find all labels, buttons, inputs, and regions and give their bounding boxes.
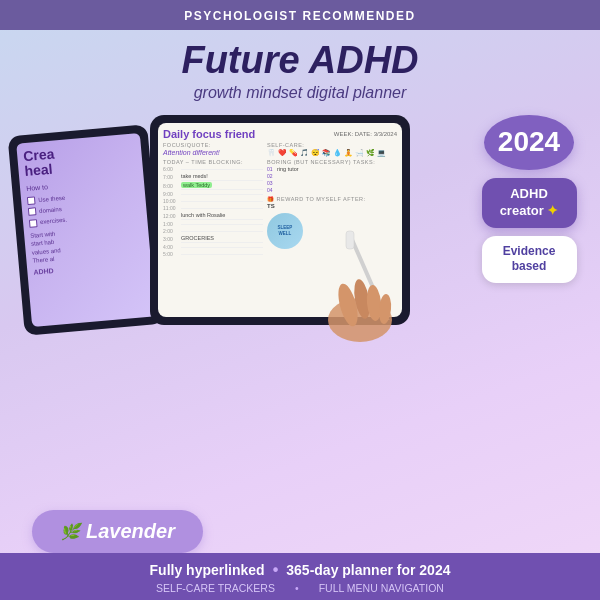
icon-laptop: 💻 <box>377 149 386 157</box>
badge-year: 2024 <box>484 115 574 170</box>
task-2: 02 <box>267 173 397 179</box>
icon-yoga: 🧘 <box>344 149 353 157</box>
focus-label: FOCUS/QUOTE: <box>163 142 263 148</box>
content-6 <box>181 168 263 170</box>
tablets-container: Crea heal How to Use these domains <box>16 110 464 500</box>
time-block-6: 6:00 <box>163 166 263 172</box>
bottom-bar-sub: SELF-CARE TRACKERS • FULL MENU NAVIGATIO… <box>0 582 600 594</box>
checkbox-icon-1 <box>27 196 36 205</box>
icon-pill: 💊 <box>289 149 298 157</box>
checkbox-label-2: domains <box>39 205 62 215</box>
content-5 <box>181 253 263 255</box>
time-block-3: 3:00 GROCERIES <box>163 235 263 243</box>
top-banner-text: PSYCHOLOGIST RECOMMENDED <box>184 9 415 23</box>
task-1: 01 ring tutor <box>267 166 397 172</box>
walk-highlight: walk Teddy <box>181 182 212 188</box>
bottom-separator: • <box>295 582 299 594</box>
content-2 <box>181 230 263 232</box>
checkbox-icon-2 <box>28 207 37 216</box>
bottom-sub-left: SELF-CARE TRACKERS <box>156 582 275 594</box>
time-3: 3:00 <box>163 236 179 242</box>
time-4: 4:00 <box>163 244 179 250</box>
content-4 <box>181 246 263 248</box>
lavender-badge: 🌿 Lavender <box>32 510 203 553</box>
planner-date: WEEK: DATE: 3/3/2024 <box>334 131 397 137</box>
time-11: 11:00 <box>163 205 179 211</box>
planner-left-column: FOCUS/QUOTE: Attention different! TODAY … <box>163 142 263 306</box>
planner-title: Daily focus friend <box>163 128 255 140</box>
year-text: 2024 <box>498 126 560 158</box>
time-block-4: 4:00 <box>163 244 263 250</box>
hand-svg <box>300 225 420 345</box>
sparkle-icon: ✦ <box>547 203 558 220</box>
time-block-8: 8:00 walk Teddy <box>163 182 263 190</box>
tablet-main: Daily focus friend WEEK: DATE: 3/3/2024 … <box>150 115 410 325</box>
time-9: 9:00 <box>163 191 179 197</box>
icon-tooth: 🦷 <box>267 149 276 157</box>
time-block-7: 7:00 take meds! <box>163 173 263 181</box>
tablet-left-body-text: Start withstart habvalues andThere al <box>30 222 144 265</box>
today-label: TODAY – TIME BLOCKING: <box>163 159 263 165</box>
reward-section: 🎁 REWARD TO MYSELF AFTER: TS <box>267 196 397 209</box>
icon-plant: 🌿 <box>366 149 375 157</box>
time-block-5: 5:00 <box>163 251 263 257</box>
title-future: Future <box>181 39 308 81</box>
badges-container: 2024 ADHDcreator ✦ Evidencebased <box>474 110 584 500</box>
time-block-1: 1:00 <box>163 221 263 227</box>
icon-heart: ❤️ <box>278 149 287 157</box>
time-block-10: 10:00 <box>163 198 263 204</box>
time-12: 12:00 <box>163 213 179 219</box>
content-12: lunch with Rosalie <box>181 212 263 220</box>
lavender-label: Lavender <box>86 520 175 543</box>
title-adhd: ADHD <box>309 39 419 81</box>
badge-adhd-creator: ADHDcreator ✦ <box>482 178 577 228</box>
icon-sleep: 😴 <box>311 149 320 157</box>
lavender-icon: 🌿 <box>60 522 80 541</box>
content-9 <box>181 193 263 195</box>
content-3: GROCERIES <box>181 235 263 243</box>
bottom-bar: Fully hyperlinked • 365-day planner for … <box>0 553 600 600</box>
bottom-bar-main: Fully hyperlinked • 365-day planner for … <box>0 561 600 579</box>
task-text-1: ring tutor <box>277 166 299 172</box>
bottom-main-left: Fully hyperlinked <box>150 562 265 578</box>
task-num-2: 02 <box>267 173 275 179</box>
task-4: 04 <box>267 187 397 193</box>
content-1 <box>181 223 263 225</box>
task-num-1: 01 <box>267 166 275 172</box>
time-2: 2:00 <box>163 228 179 234</box>
content-8: walk Teddy <box>181 182 263 190</box>
time-block-11: 11:00 <box>163 205 263 211</box>
icon-music: 🎵 <box>300 149 309 157</box>
time-6: 6:00 <box>163 166 179 172</box>
task-num-4: 04 <box>267 187 275 193</box>
time-7: 7:00 <box>163 174 179 180</box>
self-care-icons: 🦷 ❤️ 💊 🎵 😴 📚 💧 🧘 🛁 🌿 💻 <box>267 149 397 157</box>
tablet-left-title-line2: hea <box>24 161 49 179</box>
date-value: DATE: 3/3/2024 <box>355 131 397 137</box>
time-block-2: 2:00 <box>163 228 263 234</box>
task-num-3: 03 <box>267 180 275 186</box>
lower-content-row: 🌿 Lavender <box>0 504 600 553</box>
bottom-dot: • <box>273 561 279 579</box>
checkbox-label-3: exercises. <box>40 216 68 227</box>
task-3: 03 <box>267 180 397 186</box>
hand-stylus <box>300 225 420 345</box>
time-5: 5:00 <box>163 251 179 257</box>
bottom-sub-right: FULL MENU NAVIGATION <box>319 582 444 594</box>
icon-bath: 🛁 <box>355 149 364 157</box>
time-block-9: 9:00 <box>163 191 263 197</box>
reward-text: TS <box>267 203 397 209</box>
icon-water: 💧 <box>333 149 342 157</box>
tablet-left-title-line1: Crea <box>23 145 55 164</box>
icon-book: 📚 <box>322 149 331 157</box>
content-11 <box>181 207 263 209</box>
title-subtitle: growth mindset digital planner <box>181 84 418 102</box>
adhd-creator-label: ADHDcreator <box>500 186 548 218</box>
content-area: Crea heal How to Use these domains <box>0 102 600 500</box>
svg-rect-2 <box>346 231 354 249</box>
week-label: WEEK: <box>334 131 353 137</box>
time-block-12: 12:00 lunch with Rosalie <box>163 212 263 220</box>
evidence-label: Evidencebased <box>503 244 556 274</box>
tasks-section: BORING (BUT NECESSARY) TASKS: 01 ring tu… <box>267 159 397 193</box>
time-8: 8:00 <box>163 183 179 189</box>
